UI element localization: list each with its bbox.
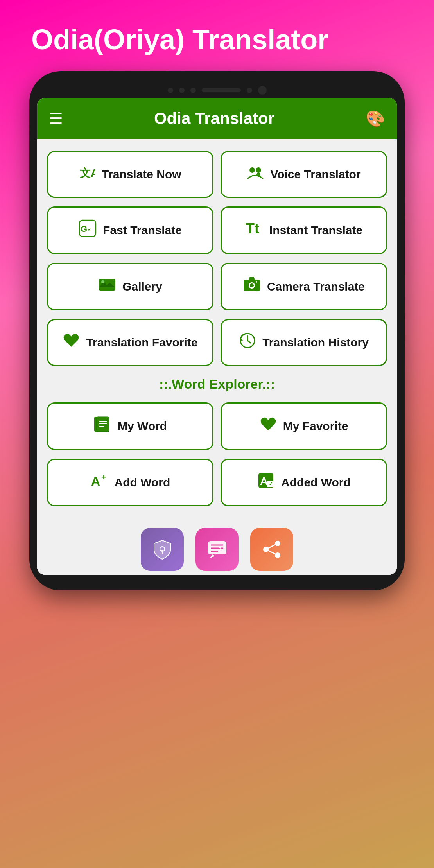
addedword-icon: A ✓: [257, 472, 275, 493]
translation-favorite-label: Translation Favorite: [86, 335, 197, 350]
svg-text:文A: 文A: [80, 167, 95, 179]
svg-line-40: [266, 543, 278, 549]
svg-line-41: [266, 549, 278, 555]
svg-text:Tt: Tt: [246, 221, 259, 237]
app-content: 文A Translate Now: [37, 139, 397, 518]
fast-translate-icon: G ×: [79, 219, 97, 241]
gallery-icon: [98, 276, 116, 298]
gallery-button[interactable]: Gallery: [47, 263, 213, 310]
svg-point-3: [256, 173, 260, 177]
translate-now-button[interactable]: 文A Translate Now: [47, 151, 213, 198]
sensor-dot-4: [247, 88, 252, 93]
bottom-bar: [37, 518, 397, 575]
translation-history-button[interactable]: Translation History: [221, 319, 387, 366]
add-word-button[interactable]: A + Add Word: [47, 459, 213, 506]
sensor-camera: [258, 86, 267, 95]
svg-text:✓: ✓: [269, 481, 273, 487]
svg-point-14: [250, 283, 254, 287]
button-row-6: A + Add Word A ✓ A: [47, 459, 387, 506]
camera-translate-label: Camera Translate: [267, 280, 365, 294]
chat-button[interactable]: [195, 528, 239, 571]
svg-text:A: A: [260, 475, 268, 487]
instant-translate-button[interactable]: Tt Instant Translate: [221, 206, 387, 254]
button-row-2: G × Fast Translate Tt Instant Translate: [47, 206, 387, 254]
sensor-dot-1: [168, 88, 173, 93]
phone-screen: ☰ Odia Translator 🎨 文A Translate Now: [37, 98, 397, 575]
button-row-4: Translation Favorite Translation History: [47, 319, 387, 366]
translation-history-label: Translation History: [262, 335, 369, 350]
svg-point-15: [256, 281, 257, 283]
my-word-button[interactable]: My Word: [47, 402, 213, 450]
svg-text:G: G: [81, 224, 87, 234]
add-word-label: Add Word: [115, 475, 170, 490]
my-word-label: My Word: [118, 419, 167, 433]
button-row-1: 文A Translate Now: [47, 151, 387, 198]
phone-sensors: [37, 83, 397, 98]
svg-text:A: A: [91, 474, 100, 488]
gallery-label: Gallery: [122, 280, 162, 294]
heart-icon: [63, 332, 80, 353]
svg-point-11: [101, 280, 104, 283]
voice-icon: [247, 164, 264, 185]
history-icon: [239, 332, 256, 353]
menu-icon[interactable]: ☰: [49, 109, 63, 127]
fast-translate-label: Fast Translate: [103, 223, 182, 237]
button-row-5: My Word My Favorite: [47, 402, 387, 450]
sensor-dot-2: [179, 88, 185, 93]
instant-icon: Tt: [245, 219, 263, 241]
my-favorite-label: My Favorite: [283, 419, 348, 433]
voice-translator-button[interactable]: Voice Translator: [221, 151, 387, 198]
page-background-title: Odia(Oriya) Translator: [0, 0, 434, 71]
svg-marker-36: [210, 554, 215, 558]
svg-point-1: [249, 167, 255, 173]
palette-icon[interactable]: 🎨: [366, 109, 385, 128]
word-explorer-title: ::.Word Explorer.::: [47, 375, 387, 394]
sensor-speaker: [202, 88, 241, 92]
svg-text:+: +: [101, 472, 106, 482]
sensor-dot-3: [190, 88, 196, 93]
added-word-label: Added Word: [281, 475, 351, 490]
added-word-button[interactable]: A ✓ Added Word: [221, 459, 387, 506]
translation-favorite-button[interactable]: Translation Favorite: [47, 319, 213, 366]
app-title: Odia Translator: [154, 109, 274, 128]
share-button[interactable]: [250, 528, 293, 571]
fast-translate-button[interactable]: G × Fast Translate: [47, 206, 213, 254]
instant-translate-label: Instant Translate: [269, 223, 362, 237]
svg-point-31: [161, 550, 163, 551]
translate-icon: 文A: [79, 164, 95, 185]
my-favorite-button[interactable]: My Favorite: [221, 402, 387, 450]
app-header: ☰ Odia Translator 🎨: [37, 98, 397, 139]
phone-frame: ☰ Odia Translator 🎨 文A Translate Now: [29, 71, 405, 590]
translate-now-label: Translate Now: [102, 167, 181, 181]
addword-icon: A +: [90, 472, 108, 493]
myword-icon: [93, 415, 111, 437]
voice-translator-label: Voice Translator: [270, 167, 360, 181]
svg-text:×: ×: [87, 226, 91, 233]
myfav-icon: [260, 416, 277, 437]
camera-icon: [243, 276, 261, 298]
camera-translate-button[interactable]: Camera Translate: [221, 263, 387, 310]
button-row-3: Gallery Camera Translate: [47, 263, 387, 310]
shield-button[interactable]: [141, 528, 184, 571]
